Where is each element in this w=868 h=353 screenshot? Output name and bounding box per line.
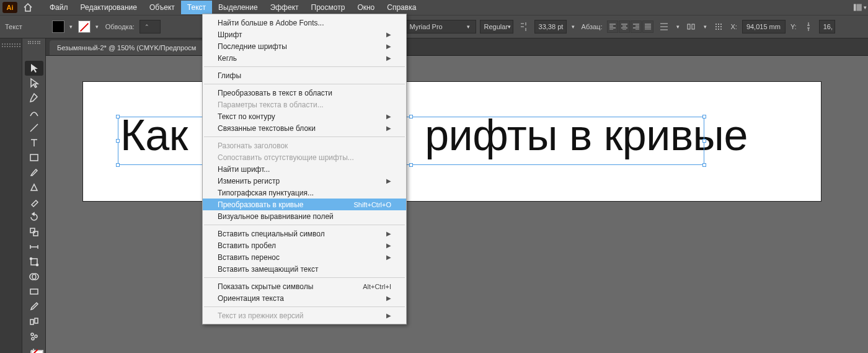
link-xy-icon[interactable] — [802, 20, 815, 34]
direct-selection-tool[interactable] — [25, 76, 43, 91]
font-family-select[interactable]: Myriad Pro▾ — [405, 20, 476, 34]
submenu-arrow-icon: ▶ — [386, 230, 391, 237]
rectangle-tool[interactable] — [25, 150, 43, 165]
submenu-arrow-icon: ▶ — [386, 113, 391, 120]
menu-item-эффект[interactable]: Эффект — [264, 1, 305, 14]
svg-rect-23 — [35, 318, 38, 323]
list-options-icon[interactable] — [657, 20, 671, 34]
font-size-input[interactable]: 33,38 pt — [534, 20, 567, 34]
menu-item-окно[interactable]: Окно — [351, 1, 381, 14]
document-tab[interactable]: Безымянный-2* @ 150% (CMYK/Предпросм — [50, 40, 203, 55]
eyedropper-tool[interactable] — [25, 299, 43, 314]
menu-separator — [204, 84, 405, 84]
svg-point-26 — [32, 337, 34, 340]
menu-option: Сопоставить отсутствующие шрифты... — [203, 151, 406, 163]
menu-item-редактирование[interactable]: Редактирование — [74, 1, 143, 14]
menu-shortcut: Alt+Ctrl+I — [363, 283, 391, 290]
menu-option-label: Шрифт — [218, 30, 242, 39]
workspace-switcher-icon[interactable]: ▾ — [853, 1, 868, 14]
menu-option[interactable]: Показать скрытые символыAlt+Ctrl+I — [203, 280, 406, 292]
home-icon[interactable] — [21, 2, 35, 13]
stroke-weight-stepper[interactable]: ⌃ — [140, 20, 161, 34]
rotate-tool[interactable] — [25, 210, 43, 225]
svg-point-12 — [720, 29, 722, 30]
menu-item-объект[interactable]: Объект — [143, 1, 181, 14]
align-right-button[interactable] — [631, 20, 642, 33]
y-value: 16, — [823, 23, 833, 30]
menu-separator — [204, 277, 405, 278]
shape-builder-tool[interactable] — [25, 269, 43, 284]
menu-option[interactable]: Преобразовать в кривыеShift+Ctrl+O — [203, 199, 406, 210]
menu-option-label: Вставить перенос — [218, 253, 280, 262]
symbol-sprayer-tool[interactable] — [25, 329, 43, 344]
left-rail — [0, 38, 22, 353]
menu-option-label: Визуальное выравнивание полей — [218, 212, 334, 221]
x-input[interactable]: 94,015 mm — [742, 20, 786, 34]
menu-option[interactable]: Последние шрифты▶ — [203, 40, 406, 52]
stroke-color-icon[interactable] — [31, 350, 43, 353]
align-left-button[interactable] — [607, 20, 618, 33]
gradient-tool[interactable] — [25, 284, 43, 299]
font-size-stepper-icon[interactable] — [517, 20, 531, 34]
free-transform-tool[interactable] — [25, 254, 43, 269]
align-center-button[interactable] — [619, 20, 630, 33]
menu-option[interactable]: Шрифт▶ — [203, 29, 406, 40]
stroke-swatch[interactable] — [78, 20, 91, 33]
menu-option[interactable]: Ориентация текста▶ — [203, 292, 406, 304]
menu-option[interactable]: Вставить пробел▶ — [203, 239, 406, 251]
svg-rect-0 — [854, 4, 856, 11]
curvature-tool[interactable] — [25, 105, 43, 120]
svg-point-4 — [715, 24, 717, 25]
menu-option[interactable]: Найти больше в Adobe Fonts... — [203, 17, 406, 29]
menu-option[interactable]: Связанные текстовые блоки▶ — [203, 122, 406, 134]
svg-point-18 — [36, 264, 38, 266]
menu-item-выделение[interactable]: Выделение — [212, 1, 264, 14]
eraser-tool[interactable] — [25, 195, 43, 210]
svg-rect-14 — [30, 228, 35, 233]
menu-option[interactable]: Найти шрифт... — [203, 163, 406, 175]
transform-panel-icon[interactable] — [712, 20, 725, 34]
y-input[interactable]: 16, — [819, 20, 835, 34]
menu-option[interactable]: Вставить замещающий текст — [203, 263, 406, 275]
pen-tool[interactable] — [25, 91, 43, 105]
align-panel-icon[interactable] — [684, 20, 698, 34]
menu-option[interactable]: Вставить перенос▶ — [203, 251, 406, 263]
type-tool[interactable] — [25, 135, 43, 150]
paintbrush-tool[interactable] — [25, 165, 43, 180]
scale-tool[interactable] — [25, 225, 43, 239]
menu-item-справка[interactable]: Справка — [381, 1, 422, 14]
menu-option[interactable]: Изменить регистр▶ — [203, 175, 406, 187]
stroke-label: Обводка: — [104, 23, 136, 30]
font-weight-select[interactable]: Regular▾ — [480, 20, 513, 34]
menu-item-текст[interactable]: Текст — [181, 1, 212, 14]
menu-item-файл[interactable]: Файл — [43, 1, 74, 14]
control-bar: Текст ▾ ▾ Обводка: ⌃ Символ: Myriad Pro▾… — [0, 15, 868, 38]
menu-option[interactable]: Текст по контуру▶ — [203, 110, 406, 122]
shaper-tool[interactable] — [25, 180, 43, 195]
panel-drag-handle[interactable] — [2, 43, 20, 47]
menu-option[interactable]: Преобразовать в текст в области — [203, 87, 406, 99]
menu-item-просмотр[interactable]: Просмотр — [305, 1, 352, 14]
menu-separator — [204, 66, 405, 67]
menu-option-label: Кегль — [218, 54, 237, 63]
tools-drag-handle[interactable] — [28, 41, 40, 44]
align-justify-button[interactable] — [642, 20, 653, 33]
line-segment-tool[interactable] — [25, 120, 43, 135]
fill-swatch[interactable] — [52, 20, 64, 33]
menu-option[interactable]: Кегль▶ — [203, 52, 406, 64]
menu-option[interactable]: Типографская пунктуация... — [203, 187, 406, 199]
svg-point-9 — [720, 26, 722, 27]
width-tool[interactable] — [25, 239, 43, 254]
menu-option[interactable]: Глифы — [203, 69, 406, 81]
y-label: Y: — [789, 23, 798, 30]
selection-tool[interactable] — [25, 61, 43, 76]
submenu-arrow-icon: ▶ — [386, 125, 391, 132]
menu-option-label: Ориентация текста — [218, 294, 284, 303]
svg-point-11 — [718, 29, 719, 30]
svg-rect-13 — [30, 154, 38, 161]
menu-option[interactable]: Вставить специальный символ▶ — [203, 228, 406, 239]
menu-separator — [204, 306, 405, 307]
menu-option[interactable]: Визуальное выравнивание полей — [203, 210, 406, 222]
font-weight-value: Regular — [484, 23, 508, 30]
blend-tool[interactable] — [25, 314, 43, 329]
